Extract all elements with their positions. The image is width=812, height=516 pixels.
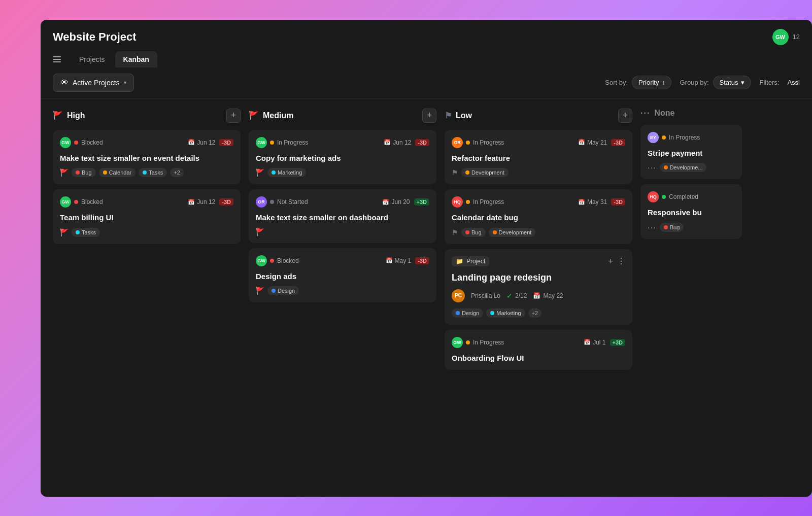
status-label: Blocked	[81, 198, 103, 205]
status-dot	[74, 141, 78, 145]
add-card-medium-button[interactable]: +	[422, 109, 436, 123]
sort-by-label: Sort by:	[605, 79, 628, 86]
sort-priority-button[interactable]: Priority ↑	[632, 76, 671, 89]
avatar: HQ	[452, 196, 463, 208]
tag-marketing[interactable]: Marketing	[486, 308, 525, 318]
toolbar: 👁 Active Projects ▾ Sort by: Priority ↑ …	[41, 67, 812, 98]
app-header: Website Project GW 12	[41, 20, 812, 45]
status-label: Blocked	[277, 257, 299, 264]
status-label: In Progress	[473, 139, 504, 146]
group-chevron-icon: ▾	[741, 79, 745, 86]
tag-bug[interactable]: Bug	[72, 168, 96, 177]
group-status-button[interactable]: Status ▾	[713, 76, 752, 89]
status-label: In Progress	[473, 198, 504, 205]
card-calendar-date-bug[interactable]: HQ In Progress 📅 May 31 -3D Calendar dat…	[445, 189, 632, 244]
card-make-text-size[interactable]: GW Blocked 📅 Jun 12 -3D Make text size s…	[53, 130, 241, 185]
card-tags: ⚑ Bug Development	[452, 228, 625, 237]
date-badge: 📅 May 1	[386, 257, 412, 264]
avatar: GW	[452, 337, 463, 348]
avatar: GW	[60, 137, 71, 148]
filters-label: Filters:	[759, 79, 779, 86]
avatar: GW	[60, 196, 71, 208]
card-onboarding-flow[interactable]: GW In Progress 📅 Jul 1 +3D Onboarding Fl…	[445, 330, 632, 370]
avatar: HQ	[648, 191, 659, 202]
more-icon[interactable]: ⋮	[617, 256, 625, 266]
overdue-badge: -3D	[219, 139, 233, 146]
card-landing-page-redesign[interactable]: 📁 Project + ⋮ Landing page redesign PC P…	[445, 249, 632, 325]
tag-development[interactable]: Development	[489, 228, 536, 237]
filters-value: Assi	[787, 79, 800, 86]
status-dot	[466, 200, 470, 204]
status-label: In Progress	[669, 134, 700, 141]
more-dots-icon: ···	[648, 223, 657, 231]
column-title-none: ··· None	[640, 109, 674, 118]
view-label: Active Projects	[73, 79, 120, 87]
add-icon[interactable]: +	[608, 257, 613, 266]
tab-kanban[interactable]: Kanban	[115, 51, 157, 67]
nav-tabs: Projects Kanban	[41, 45, 812, 67]
tag-development[interactable]: Developme...	[660, 163, 707, 172]
card-title: Design ads	[256, 271, 429, 282]
card-stripe-payment[interactable]: EY In Progress Stripe payment ··· Develo…	[640, 125, 742, 180]
project-meta: PC Priscilla Lo ✓ 2/12 📅 May 22	[452, 289, 625, 302]
group-value: Status	[720, 79, 738, 86]
status-label: Completed	[669, 193, 698, 200]
avatar: GW	[256, 137, 267, 148]
tab-projects[interactable]: Projects	[71, 51, 113, 67]
card-refactor-feature[interactable]: OR In Progress 📅 May 21 -3D Refactor fea…	[445, 130, 632, 185]
card-title: Calendar date bug	[452, 213, 625, 223]
card-tags: 🚩	[256, 228, 429, 236]
card-team-billing[interactable]: GW Blocked 📅 Jun 12 -3D Team billing UI	[53, 189, 241, 244]
card-header: GW In Progress 📅 Jun 12 -3D	[256, 137, 429, 148]
chevron-down-icon: ▾	[124, 80, 126, 85]
ahead-badge: +3D	[414, 198, 430, 205]
hamburger-icon[interactable]	[53, 54, 63, 64]
project-card-header: 📁 Project + ⋮	[452, 256, 625, 266]
card-copy-marketing[interactable]: GW In Progress 📅 Jun 12 -3D Copy for mar…	[249, 130, 436, 185]
avatar: OR	[452, 137, 463, 148]
avatar[interactable]: GW	[772, 29, 789, 45]
date-badge: 📅 May 31	[578, 198, 607, 205]
tag-bug[interactable]: Bug	[660, 223, 684, 232]
card-make-text-dashboard[interactable]: OR Not Started 📅 Jun 20 +3D Make text si…	[249, 189, 436, 243]
tag-marketing[interactable]: Marketing	[267, 168, 306, 177]
tag-design[interactable]: Design	[267, 286, 299, 295]
date-badge: 📅 Jun 12	[384, 139, 411, 146]
card-design-ads[interactable]: GW Blocked 📅 May 1 -3D Design ads 🚩	[249, 248, 436, 303]
kanban-board: 🚩 High + GW Blocked 📅 Jun 12	[41, 98, 812, 497]
card-responsive-bug[interactable]: HQ Completed Responsive bu ··· Bug	[640, 184, 742, 239]
date-badge: 📅 Jun 12	[188, 139, 215, 146]
card-title: Stripe payment	[648, 148, 735, 158]
column-title-low: ⚑ Low	[445, 111, 472, 120]
add-card-low-button[interactable]: +	[618, 109, 632, 123]
flag-icon: 🚩	[256, 228, 264, 236]
tasks-done: ✓ 2/12	[506, 292, 527, 300]
avatar: EY	[648, 132, 659, 143]
status-label: In Progress	[473, 339, 504, 346]
group-by-label: Group by:	[680, 79, 708, 86]
tag-design[interactable]: Design	[452, 308, 483, 318]
tag-bug[interactable]: Bug	[461, 228, 486, 237]
app-title: Website Project	[53, 30, 137, 44]
tag-development[interactable]: Development	[461, 168, 509, 177]
app-window: Website Project GW 12 Projects Kanban 👁 …	[41, 20, 812, 497]
flag-icon-high: 🚩	[53, 111, 63, 120]
overdue-badge: -3D	[219, 198, 233, 205]
project-title: Landing page redesign	[452, 272, 625, 283]
card-tags: Design Marketing +2	[452, 308, 625, 318]
tag-tasks[interactable]: Tasks	[139, 168, 167, 177]
tag-tasks[interactable]: Tasks	[72, 228, 100, 237]
card-title: Responsive bu	[648, 208, 735, 218]
flag-icon-low: ⚑	[445, 111, 452, 120]
add-card-high-button[interactable]: +	[226, 109, 241, 123]
view-filter-button[interactable]: 👁 Active Projects ▾	[53, 74, 134, 92]
card-title: Refactor feature	[452, 153, 625, 163]
overdue-badge: -3D	[415, 257, 429, 264]
card-tags: ··· Developme...	[648, 163, 735, 172]
sort-direction-icon: ↑	[662, 79, 665, 86]
flag-icon-grey: ⚑	[452, 168, 458, 177]
date-badge: 📅 May 21	[578, 139, 607, 146]
column-header-low: ⚑ Low +	[445, 107, 632, 125]
column-medium: 🚩 Medium + GW In Progress 📅 Ju	[249, 107, 436, 489]
tag-calendar[interactable]: Calendar	[99, 168, 136, 177]
